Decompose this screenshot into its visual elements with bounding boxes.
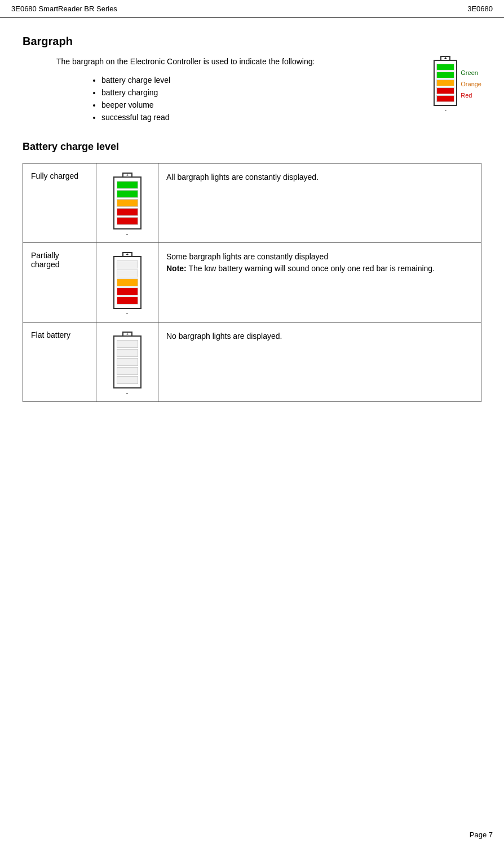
battery-charge-section: Battery charge level Fully charged + [23,141,481,402]
battery-flat: + - [113,332,142,396]
flat-bar-1 [117,340,138,348]
full-bar-4 [117,208,138,216]
image-fully-charged: + - [96,164,158,243]
table-row-flat-battery: Flat battery + - No bargrap [23,323,481,402]
bar-red-1 [436,87,454,94]
partial-note-text: The low battery warning will sound once … [188,264,435,273]
batt-minus-flat: - [126,390,128,396]
legend-red: Red [461,92,481,99]
bar-green-1 [436,64,454,70]
legend-orange: Orange [461,81,481,87]
bargraph-section: Bargraph The bargraph on the Electronic … [23,35,481,127]
flat-bar-4 [117,367,138,375]
partial-bar-5 [117,297,138,304]
battery-partially-charged: + - [113,252,142,316]
flat-bar-3 [117,358,138,366]
header-left: 3E0680 SmartReader BR Series [11,5,117,13]
charge-table: Fully charged + - All bargr [23,163,481,402]
page-number: Page 7 [470,831,493,839]
battery-fully-charged: + - [113,173,142,237]
battery-section-title: Battery charge level [23,141,481,153]
battery-body [434,60,457,106]
batt-tip-partial: + [122,252,132,256]
batt-minus-partial: - [126,310,128,316]
full-bar-2 [117,190,138,198]
full-bar-1 [117,181,138,189]
battery-tip: + [440,56,450,60]
partial-desc-text: Some bargraph lights are constantly disp… [166,252,328,261]
bar-green-2 [436,72,454,78]
desc-fully-charged: All bargraph lights are constantly displ… [158,164,481,243]
intro-battery-diagram: + - [434,56,457,113]
header-right: 3E0680 [467,5,493,13]
page-footer: Page 7 [470,831,493,839]
image-flat-battery: + - [96,323,158,402]
label-flat-battery: Flat battery [23,323,96,402]
batt-tip-flat: + [122,332,132,335]
full-bar-3 [117,199,138,207]
bargraph-intro: The bargraph on the Electronic Controlle… [56,56,422,68]
batt-body-flat [113,335,142,388]
bullet-item-4: successful tag read [101,113,422,122]
partial-bar-1 [117,260,138,268]
table-row-partially-charged: Partially charged + - [23,243,481,323]
full-bar-5 [117,217,138,225]
flat-bar-2 [117,349,138,357]
partial-bar-2 [117,270,138,277]
batt-minus-full: - [126,231,128,237]
bullet-item-1: battery charge level [101,76,422,85]
image-partially-charged: + - [96,243,158,323]
desc-partially-charged: Some bargraph lights are constantly disp… [158,243,481,323]
batt-body-full [113,176,142,229]
bar-orange-1 [436,80,454,86]
desc-flat-battery: No bargraph lights are displayed. [158,323,481,402]
bar-red-2 [436,95,454,102]
bullet-item-2: battery charging [101,88,422,97]
flat-bar-5 [117,376,138,384]
bargraph-bullet-list: battery charge level battery charging be… [101,76,422,122]
note-label: Note: [166,264,187,273]
bullet-item-3: beeper volume [101,100,422,109]
battery-legend: Green Orange Red [461,56,481,101]
label-partially-charged: Partially charged [23,243,96,323]
batt-tip-full: + [122,173,132,176]
battery-minus: - [445,107,446,113]
partial-bar-4 [117,288,138,295]
label-fully-charged: Fully charged [23,164,96,243]
partial-bar-3 [117,279,138,286]
legend-green: Green [461,69,481,76]
batt-body-partial [113,256,142,309]
table-row-fully-charged: Fully charged + - All bargr [23,164,481,243]
bargraph-title: Bargraph [23,35,481,48]
